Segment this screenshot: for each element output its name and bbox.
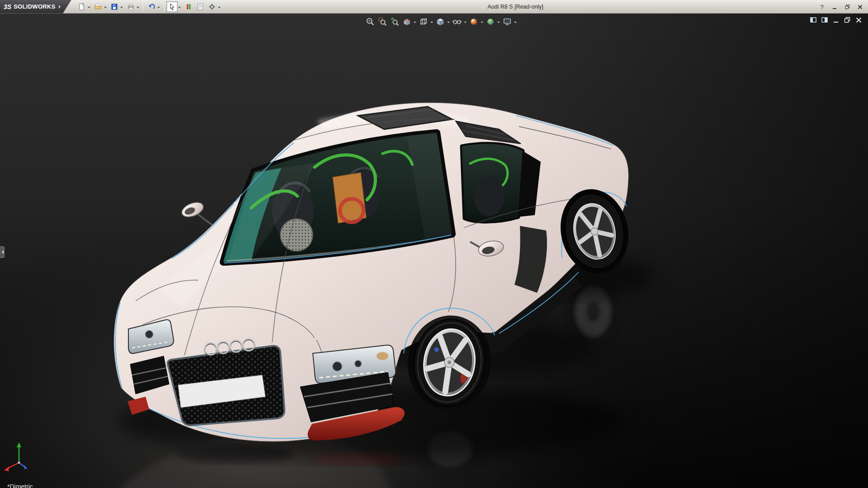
rebuild-icon — [184, 3, 193, 11]
apply-scene-button[interactable] — [485, 16, 496, 28]
document-window-controls — [809, 16, 863, 24]
pane-right-button[interactable] — [821, 16, 829, 24]
toolbar-separator — [164, 2, 164, 11]
options-button[interactable] — [206, 1, 217, 12]
title-bar: 3S SOLIDWORKS — [0, 0, 868, 14]
close-button[interactable] — [854, 2, 865, 11]
dropdown-caret-icon[interactable] — [430, 22, 433, 24]
hide-show-items-icon — [452, 17, 462, 27]
help-icon: ? — [820, 4, 823, 10]
view-settings-icon — [502, 17, 512, 27]
solidworks-logo: 3S SOLIDWORKS — [0, 0, 71, 14]
undo-icon — [147, 3, 156, 11]
apply-scene-icon — [486, 17, 495, 27]
3ds-logo-icon: 3S — [4, 3, 11, 10]
dropdown-caret-icon[interactable] — [497, 22, 500, 24]
dropdown-caret-icon[interactable] — [514, 22, 517, 24]
orientation-triad — [3, 439, 39, 475]
window-controls: ? — [816, 0, 865, 14]
chevron-left-icon — [0, 250, 4, 254]
save-icon — [110, 3, 118, 11]
doc-close-button[interactable] — [854, 16, 863, 24]
panel-expand-tab[interactable] — [0, 246, 5, 258]
y-axis-arrow — [17, 442, 21, 447]
new-document-button[interactable] — [76, 1, 87, 12]
select-arrow-icon — [168, 3, 176, 11]
options-icon — [208, 3, 216, 11]
toolbar-separator — [143, 2, 143, 11]
heads-up-view-toolbar — [364, 16, 518, 28]
undo-button[interactable] — [146, 1, 157, 12]
restore-icon — [845, 5, 850, 9]
section-view-icon — [402, 17, 412, 27]
main-toolbar — [76, 1, 222, 12]
dropdown-caret-icon[interactable] — [447, 22, 450, 24]
previous-view-icon — [390, 17, 400, 27]
brand-name: SOLIDWORKS — [14, 3, 56, 10]
dropdown-caret-icon[interactable] — [481, 22, 483, 24]
x-axis-arrow — [4, 466, 9, 471]
edit-appearance-button[interactable] — [468, 16, 480, 28]
dropdown-caret-icon[interactable] — [178, 7, 181, 9]
file-properties-icon — [196, 3, 204, 11]
z-axis-arrow — [24, 465, 28, 469]
display-style-button[interactable] — [434, 16, 446, 28]
rebuild-button[interactable] — [183, 1, 194, 12]
section-view-button[interactable] — [401, 16, 413, 28]
display-style-icon — [435, 17, 445, 27]
close-icon — [855, 17, 862, 23]
dropdown-caret-icon[interactable] — [88, 7, 90, 9]
dropdown-caret-icon[interactable] — [137, 7, 139, 9]
restore-button[interactable] — [842, 2, 853, 11]
pane-left-button[interactable] — [809, 16, 817, 24]
zoom-to-area-button[interactable] — [377, 16, 388, 28]
print-icon — [127, 3, 135, 11]
zoom-to-fit-button[interactable] — [364, 16, 376, 28]
previous-view-button[interactable] — [389, 16, 401, 28]
dropdown-caret-icon[interactable] — [120, 7, 123, 9]
window-title: Audi R8 S [Read-only] — [487, 0, 543, 14]
dropdown-caret-icon[interactable] — [464, 22, 467, 24]
edit-appearance-icon — [469, 17, 479, 27]
minimize-icon — [832, 5, 837, 9]
file-properties-button[interactable] — [194, 1, 206, 12]
solidworks-window: 3S SOLIDWORKS — [0, 0, 868, 488]
minimize-icon — [833, 17, 840, 23]
view-orientation-button[interactable] — [418, 16, 429, 28]
brand-arrow-icon — [59, 5, 62, 9]
3d-scene — [0, 14, 868, 488]
new-document-icon — [78, 3, 86, 11]
close-icon — [858, 5, 863, 9]
restore-icon — [844, 17, 851, 23]
doc-minimize-button[interactable] — [832, 16, 840, 24]
open-folder-icon — [94, 3, 102, 11]
zoom-to-area-icon — [377, 17, 387, 27]
pane-left-icon — [810, 17, 817, 23]
zoom-to-fit-icon — [365, 17, 375, 27]
minimize-button[interactable] — [829, 2, 840, 11]
view-settings-button[interactable] — [501, 16, 513, 28]
open-button[interactable] — [92, 1, 104, 12]
graphics-viewport[interactable]: *Dimetric — [0, 14, 868, 488]
view-orientation-label: *Dimetric — [7, 483, 33, 488]
dropdown-caret-icon[interactable] — [414, 22, 416, 24]
select-button[interactable] — [166, 1, 178, 12]
help-button[interactable]: ? — [816, 2, 827, 11]
dropdown-caret-icon[interactable] — [218, 7, 221, 9]
doc-restore-button[interactable] — [843, 16, 851, 24]
hide-show-items-button[interactable] — [451, 16, 463, 28]
view-orientation-icon — [419, 17, 429, 27]
dropdown-caret-icon[interactable] — [104, 7, 107, 9]
save-button[interactable] — [108, 1, 120, 12]
pane-right-icon — [821, 17, 828, 23]
print-button[interactable] — [125, 1, 136, 12]
dropdown-caret-icon[interactable] — [157, 7, 160, 9]
